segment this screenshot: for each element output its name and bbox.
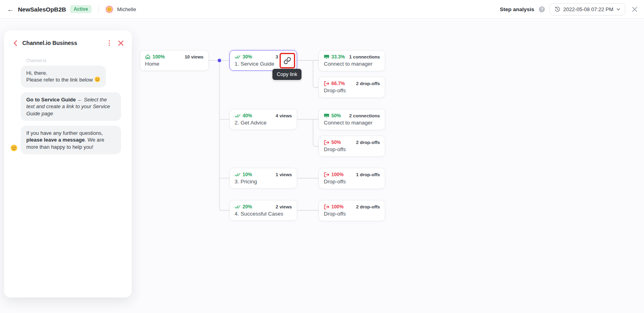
double-check-icon (235, 114, 241, 118)
bot-avatar (10, 144, 18, 153)
node-percent: 10% (243, 172, 252, 177)
exit-arrow-icon (324, 140, 329, 145)
flow-node-service-guide[interactable]: 30% 3 views 1. Service Guide Copy link (229, 50, 297, 71)
flow-node-dropoffs-2[interactable]: 50% 2 drop-offs Drop-offs (319, 136, 385, 157)
exit-arrow-icon (324, 172, 329, 177)
kebab-menu-icon[interactable] (106, 39, 112, 47)
node-percent: 33.3% (331, 54, 345, 60)
node-views: 2 views (276, 204, 292, 209)
node-percent: 50% (331, 140, 341, 145)
exit-arrow-icon (324, 204, 329, 210)
double-check-icon (235, 173, 241, 177)
node-count: 2 drop-offs (356, 140, 380, 145)
history-clock-icon (554, 6, 560, 12)
flow-node-dropoffs-3[interactable]: 100% 1 drop-offs Drop-offs (319, 168, 385, 189)
double-check-icon (235, 55, 241, 59)
node-percent: 40% (243, 113, 252, 119)
chat-message-2[interactable]: Go to Service Guide ← Select the text an… (21, 92, 121, 121)
chat-body: Channel.io Hi, there. Please refer to th… (4, 50, 132, 154)
flow-node-dropoffs-4[interactable]: 100% 2 drop-offs Drop-offs (319, 200, 385, 221)
chat-message-3[interactable]: If you have any further questions, pleas… (21, 126, 121, 154)
copy-link-tooltip: Copy link (272, 69, 301, 80)
close-icon[interactable] (632, 6, 638, 12)
divider (98, 5, 99, 13)
node-count: 2 drop-offs (356, 81, 380, 86)
flow-node-connect-to-manager-2[interactable]: 50% 2 connections Connect to manager (319, 109, 385, 130)
node-title: Drop-offs (324, 211, 380, 217)
back-arrow-icon[interactable]: ← (7, 6, 14, 13)
user-avatar (106, 6, 113, 13)
node-count: 2 connections (349, 113, 380, 118)
connector-dot (218, 59, 221, 62)
scenario-title: NewSalesOpB2B (18, 6, 66, 13)
copy-link-button[interactable] (280, 53, 295, 68)
flow-node-home[interactable]: 100% 10 views Home (140, 50, 209, 71)
chat-bubble-icon (324, 54, 329, 60)
node-title: Drop-offs (324, 87, 380, 93)
node-title: Drop-offs (324, 146, 380, 152)
datetime-value: 2022-05-08 07:22 PM (563, 6, 613, 12)
flow-node-connect-to-manager-1[interactable]: 33.3% 1 connections Connect to manager (319, 50, 385, 71)
message-bold-text: please leave a message (26, 137, 85, 143)
node-views: 10 views (185, 54, 204, 59)
message-bold-text: Go to Service Guide (26, 97, 76, 103)
chat-close-icon[interactable] (118, 40, 124, 46)
status-badge: Active (70, 5, 92, 13)
link-icon (284, 57, 291, 64)
chat-message-1[interactable]: Hi, there. Please refer to the link belo… (21, 66, 106, 87)
flow-node-get-advice[interactable]: 40% 4 views 2. Get Advice (229, 109, 297, 130)
node-percent: 100% (331, 172, 344, 177)
node-percent: 100% (153, 54, 165, 60)
flow-node-pricing[interactable]: 10% 1 views 3. Pricing (229, 168, 297, 189)
flow-node-successful-cases[interactable]: 20% 2 views 4. Successful Cases (229, 200, 297, 221)
smiley-face-icon (107, 7, 112, 12)
chat-panel-header: Channel.io Business (4, 30, 132, 50)
node-title: 2. Get Advice (235, 120, 292, 126)
node-percent: 100% (331, 204, 344, 210)
step-analysis-label: Step analysis (500, 6, 534, 12)
flow-node-dropoffs-1[interactable]: 66.7% 2 drop-offs Drop-offs (319, 77, 385, 98)
node-count: 1 connections (349, 54, 380, 59)
message-line: Please refer to the link below (26, 77, 93, 83)
node-percent: 50% (331, 113, 341, 119)
node-count: 2 drop-offs (356, 204, 380, 209)
top-bar: ← NewSalesOpB2B Active Michelle Step ana… (0, 0, 644, 19)
node-count: 1 drop-offs (356, 172, 380, 177)
node-percent: 20% (243, 204, 252, 210)
node-title: Home (145, 61, 204, 67)
node-views: 4 views (276, 113, 292, 118)
node-title: 4. Successful Cases (235, 211, 292, 217)
help-icon[interactable]: ? (539, 6, 545, 12)
node-title: Drop-offs (324, 179, 380, 185)
message-text: If you have any further questions, (26, 130, 103, 136)
node-views: 1 views (276, 172, 292, 177)
chat-bubble-icon (324, 113, 329, 119)
node-title: 3. Pricing (235, 179, 292, 185)
node-title: Connect to manager (324, 61, 380, 67)
home-icon (145, 54, 151, 60)
brand-label: Channel.io (26, 58, 124, 63)
node-percent: 66.7% (331, 81, 345, 86)
hugging-face-emoji-icon (94, 76, 100, 82)
node-percent: 30% (243, 54, 252, 60)
chat-panel-title: Channel.io Business (22, 40, 106, 46)
exit-arrow-icon (324, 81, 329, 86)
chat-preview-panel: Channel.io Business Channel.io Hi, there… (4, 30, 132, 297)
user-name: Michelle (117, 6, 136, 12)
double-check-icon (235, 205, 241, 209)
message-line: Hi, there. (26, 70, 47, 76)
datetime-picker-button[interactable]: 2022-05-08 07:22 PM (550, 3, 625, 16)
back-chevron-icon[interactable] (14, 40, 17, 46)
node-title: Connect to manager (324, 120, 380, 126)
chevron-down-icon (616, 7, 621, 12)
